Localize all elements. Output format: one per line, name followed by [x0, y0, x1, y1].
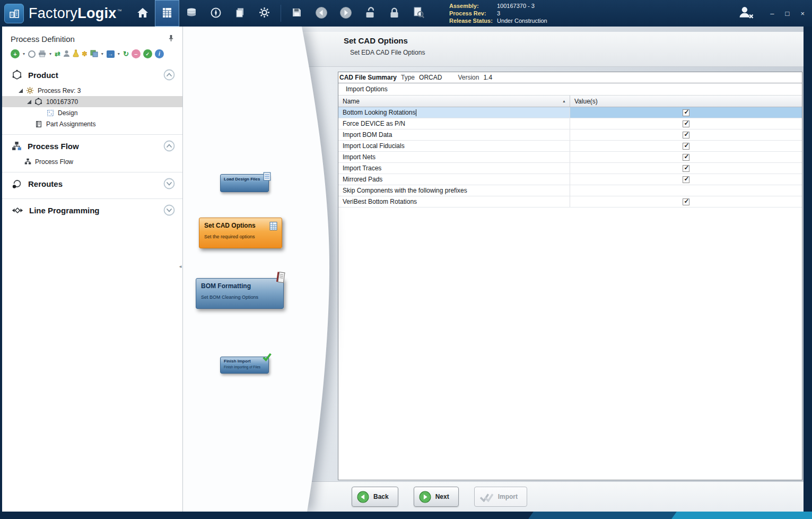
print-icon[interactable]: [38, 50, 46, 58]
row-checkbox[interactable]: [683, 154, 689, 161]
unlock-button[interactable]: [358, 0, 382, 27]
production-button[interactable]: [204, 0, 228, 27]
row-checkbox[interactable]: [683, 198, 689, 205]
table-row[interactable]: Import Local Fiducials: [338, 141, 802, 152]
flask-icon[interactable]: [73, 49, 79, 58]
user-icon[interactable]: [63, 50, 70, 58]
import-options-section-header: Import Options: [338, 83, 802, 96]
home-icon: [137, 7, 149, 20]
undo-button[interactable]: [309, 0, 334, 27]
flower-icon[interactable]: ✽: [82, 50, 88, 58]
remove-icon[interactable]: –: [132, 49, 141, 58]
collapse-up-button[interactable]: [163, 140, 175, 152]
row-checkbox[interactable]: [683, 143, 689, 150]
next-button[interactable]: Next: [414, 487, 459, 507]
tree-item-process-rev[interactable]: Process Rev: 3: [2, 85, 182, 96]
dropdown-caret-icon[interactable]: ▾: [23, 51, 25, 56]
splitter-collapse-handle[interactable]: ◄: [178, 264, 182, 269]
row-name: Import BOM Data: [343, 131, 392, 139]
maximize-button[interactable]: □: [785, 10, 790, 17]
column-header-name[interactable]: Name ▲: [338, 96, 570, 107]
back-button[interactable]: Back: [352, 487, 398, 507]
add-icon[interactable]: +: [11, 49, 20, 58]
home-button[interactable]: [130, 0, 155, 27]
table-row[interactable]: Import BOM Data: [338, 129, 802, 141]
tree-item-process-flow[interactable]: Process Flow: [2, 156, 182, 167]
app-title: FactoryLogix™: [29, 5, 122, 22]
dropdown-caret-icon[interactable]: ▾: [101, 51, 103, 56]
expand-down-button[interactable]: [163, 178, 175, 189]
row-name: Force DEVICE as P/N: [343, 120, 405, 127]
sync-icon[interactable]: ↻: [123, 50, 129, 58]
table-row[interactable]: VeriBest Bottom Rotations: [338, 196, 802, 207]
collapse-up-button[interactable]: [163, 69, 175, 81]
lock-button[interactable]: [382, 0, 407, 27]
gear-icon: [259, 7, 270, 20]
redo-button[interactable]: [334, 0, 358, 27]
user-signout-icon[interactable]: [737, 5, 754, 22]
table-row[interactable]: Import Nets: [338, 152, 802, 163]
wizard-step-set-cad-options[interactable]: Set CAD Options Set the required options: [199, 218, 282, 248]
import-button[interactable]: Import: [474, 487, 527, 507]
audit-search-button[interactable]: [407, 0, 431, 27]
book-icon: [35, 120, 42, 128]
row-checkbox[interactable]: [683, 120, 689, 127]
table-row[interactable]: Skip Components with the following prefi…: [338, 185, 802, 196]
section-line-programming-label[interactable]: Line Programming: [29, 206, 100, 215]
text-cursor: [416, 109, 416, 116]
tree-item-design[interactable]: Design: [2, 107, 182, 118]
row-name: Bottom Looking Rotations: [343, 109, 415, 116]
dropdown-caret-icon[interactable]: ▾: [118, 51, 120, 56]
wizard-step-bom-formatting[interactable]: BOM Formatting Set BOM Cleaning Options: [196, 278, 284, 309]
row-checkbox[interactable]: [683, 176, 689, 183]
table-row[interactable]: Bottom Looking Rotations: [338, 107, 802, 118]
expand-down-button[interactable]: [163, 204, 175, 216]
dropdown-caret-icon[interactable]: ▾: [49, 51, 51, 56]
lock-icon: [389, 7, 399, 20]
process-definition-button[interactable]: [155, 0, 179, 27]
close-button[interactable]: ×: [800, 10, 805, 17]
section-process-flow-label[interactable]: Process Flow: [28, 142, 79, 151]
wizard-step-finish-import[interactable]: Finish Import Finish Importing of Files: [220, 357, 269, 374]
wizard-area: Set CAD Options Set EDA CAD File Options…: [183, 27, 804, 512]
section-reroutes-label[interactable]: Reroutes: [28, 179, 63, 188]
minimize-button[interactable]: –: [770, 10, 774, 17]
gears-icon: [26, 87, 34, 94]
tree-item-label: Process Rev: 3: [38, 87, 81, 94]
clipboard-grid-icon: [162, 7, 172, 20]
table-row[interactable]: Import Traces: [338, 163, 802, 174]
row-checkbox[interactable]: [683, 132, 689, 139]
layers-icon[interactable]: [90, 50, 98, 58]
title-bar: FactoryLogix™ Assembly:100167370 - 3 Pro…: [0, 0, 812, 27]
export-icon[interactable]: →: [107, 50, 115, 58]
tree-item-label: Part Assignments: [46, 120, 95, 128]
table-row[interactable]: Mirrored Pads: [338, 174, 802, 185]
tree-item-assembly[interactable]: 100167370: [2, 96, 182, 107]
row-checkbox[interactable]: [683, 165, 689, 172]
import-button-label: Import: [498, 493, 518, 500]
globe-icon[interactable]: [28, 50, 36, 58]
section-process-flow: Process Flow: [2, 135, 182, 156]
tree-item-part-assignments[interactable]: Part Assignments: [2, 118, 182, 129]
settings-button[interactable]: [252, 0, 277, 27]
expander-icon[interactable]: [25, 100, 33, 104]
column-header-name-label: Name: [343, 98, 360, 105]
row-name: VeriBest Bottom Rotations: [343, 198, 417, 205]
materials-button[interactable]: [179, 0, 204, 27]
pin-icon[interactable]: [168, 34, 174, 44]
row-name: Import Traces: [343, 165, 381, 172]
section-product-label[interactable]: Product: [28, 71, 58, 80]
version-value: 1.4: [483, 74, 492, 81]
assembly-label: Assembly:: [449, 2, 497, 10]
documents-button[interactable]: [228, 0, 252, 27]
row-checkbox[interactable]: [683, 109, 689, 116]
transfer-arrows-icon[interactable]: ⇄: [55, 50, 60, 58]
info-icon[interactable]: i: [155, 49, 164, 58]
expander-icon[interactable]: [17, 89, 24, 93]
column-header-values[interactable]: Value(s): [570, 96, 802, 107]
table-row[interactable]: Force DEVICE as P/N: [338, 118, 802, 129]
save-button[interactable]: [285, 0, 309, 27]
accept-icon[interactable]: ✓: [143, 49, 152, 58]
panel-title: Process Definition: [11, 34, 75, 44]
wizard-step-load-design-files[interactable]: Load Design Files: [220, 174, 269, 192]
